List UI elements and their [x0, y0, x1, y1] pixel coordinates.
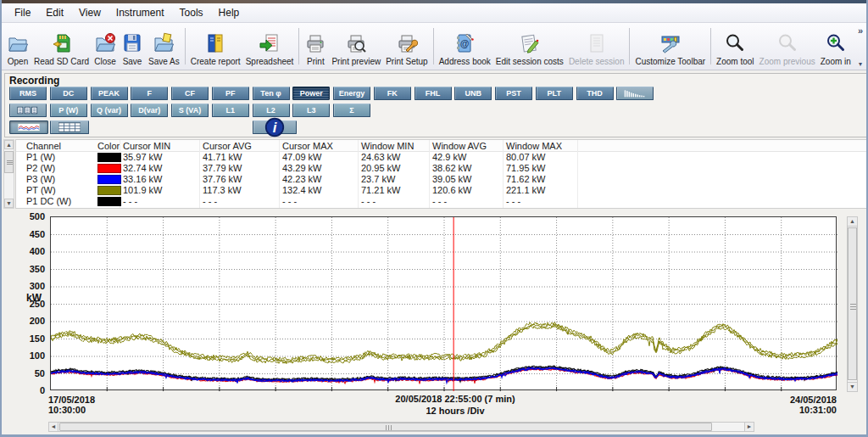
- value-cell: - - -: [123, 196, 137, 207]
- function-button-unb[interactable]: UNB: [454, 87, 492, 100]
- chart-vertical-scrollbar[interactable]: ▲ ▼: [847, 216, 858, 392]
- function-button-fk[interactable]: FK: [374, 87, 411, 100]
- print-button[interactable]: Print: [302, 25, 329, 68]
- function-button-power[interactable]: Power: [292, 87, 330, 100]
- chart-vscrollbar-thumb[interactable]: [848, 227, 857, 380]
- function-button-s-va[interactable]: S (VA): [171, 104, 209, 117]
- value-cell: - - -: [282, 196, 297, 207]
- chart-plot[interactable]: [50, 216, 837, 390]
- value-cell: - - -: [506, 196, 520, 207]
- table-row[interactable]: PT (W)101.9 kW117.3 kW132.4 kW71.21 kW12…: [16, 185, 866, 196]
- scroll-down-icon[interactable]: ▼: [4, 199, 14, 208]
- print-setup-button[interactable]: Print Setup: [383, 25, 430, 68]
- menu-item-edit[interactable]: Edit: [38, 4, 71, 21]
- spreadsheet-button[interactable]: Spreadsheet: [243, 25, 297, 68]
- histogram-icon: [624, 82, 646, 104]
- menu-item-tools[interactable]: Tools: [172, 4, 211, 21]
- pages-button[interactable]: [9, 104, 47, 117]
- toolbar-button-label: Zoom in: [821, 57, 851, 66]
- info-button[interactable]: i: [253, 120, 297, 134]
- toolbar-overflow-arrow-icon[interactable]: ▾: [859, 60, 862, 68]
- toolbar-overflow-chevron[interactable]: »: [858, 25, 863, 36]
- print-preview-button[interactable]: Print preview: [329, 25, 383, 68]
- edit-costs-icon: [519, 31, 541, 55]
- column-header-cursor-avg: Cursor AVG: [203, 141, 252, 151]
- time-per-division-label: 12 hours /Div: [324, 406, 587, 416]
- value-cell: 23.7 kW: [361, 174, 395, 185]
- table-scrollbar-thumb[interactable]: [4, 151, 14, 173]
- zoom-tool-button[interactable]: Zoom tool: [714, 25, 756, 68]
- function-button-energy[interactable]: Energy: [333, 87, 370, 100]
- chart-horizontal-scrollbar[interactable]: ◄ ►: [48, 422, 754, 432]
- measurements-table: ChannelColorCursor MINCursor AVGCursor M…: [15, 139, 867, 209]
- printer-preview-icon: [345, 31, 367, 55]
- table-row[interactable]: P2 (W)32.74 kW37.79 kW43.29 kW20.95 kW38…: [16, 163, 866, 174]
- magnifier-plus-icon: [825, 31, 847, 55]
- toolbar-button-label: Open: [8, 57, 28, 66]
- grid-button[interactable]: [50, 120, 89, 134]
- recording-panel: Recording RMSDCPEAKFCFPFTen φPowerEnergy…: [4, 73, 867, 137]
- save-as-button[interactable]: Save As: [146, 25, 182, 68]
- scroll-up-icon[interactable]: ▲: [848, 217, 857, 227]
- menu-item-file[interactable]: File: [7, 4, 38, 21]
- value-cell: 117.3 kW: [203, 185, 242, 196]
- function-button-pst[interactable]: PST: [495, 87, 532, 100]
- value-cell: 71.21 kW: [361, 185, 400, 196]
- table-row-partial: [16, 207, 866, 209]
- waveform-button[interactable]: [9, 120, 48, 134]
- trend-chart-area: kW 17/05/2018 10:30:00 24/05/2018 10:31:…: [4, 210, 867, 433]
- value-cell: - - -: [432, 196, 447, 207]
- scroll-up-icon[interactable]: ▲: [4, 140, 14, 149]
- toolbar-button-label: Edit session costs: [496, 57, 564, 66]
- table-row[interactable]: P1 (W)35.97 kW41.71 kW47.09 kW24.63 kW42…: [16, 152, 866, 163]
- zoom-in-button[interactable]: Zoom in: [818, 25, 854, 68]
- function-button-f[interactable]: F: [131, 87, 168, 100]
- customize-toolbar-button[interactable]: Customize Toolbar: [632, 25, 708, 68]
- chart-hscrollbar-thumb[interactable]: [59, 423, 712, 431]
- function-button-d-var[interactable]: D(var): [131, 104, 168, 117]
- create-report-button[interactable]: Create report: [188, 25, 243, 68]
- table-vertical-scrollbar[interactable]: ▲ ▼: [3, 139, 14, 209]
- function-button-dc[interactable]: DC: [50, 87, 87, 100]
- histogram-button[interactable]: [616, 87, 654, 100]
- value-cell: 41.71 kW: [203, 152, 242, 163]
- edit-session-costs-button[interactable]: Edit session costs: [493, 25, 566, 68]
- function-button-fhl[interactable]: FHL: [415, 87, 452, 100]
- function-button-q-var[interactable]: Q (var): [91, 104, 128, 117]
- channel-name: P3 (W): [26, 174, 55, 185]
- function-button-thd[interactable]: THD: [576, 87, 614, 100]
- table-row[interactable]: P1 DC (W)- - -- - -- - -- - -- - -- - -: [16, 196, 866, 207]
- function-button-l1[interactable]: L1: [212, 104, 249, 117]
- channel-name: P1 DC (W): [26, 196, 71, 207]
- function-button-pf[interactable]: PF: [212, 87, 249, 100]
- toolbar-button-label: Delete session: [569, 57, 625, 66]
- function-button-peak[interactable]: PEAK: [91, 87, 128, 100]
- scroll-left-icon[interactable]: ◄: [49, 423, 58, 431]
- function-button-ten[interactable]: Ten φ: [253, 87, 290, 100]
- scroll-down-icon[interactable]: ▼: [848, 382, 857, 391]
- function-button-rms[interactable]: RMS: [9, 87, 47, 100]
- address-book-button[interactable]: @Address book: [437, 25, 493, 68]
- channel-color-swatch: [97, 208, 121, 209]
- function-button-[interactable]: Σ: [333, 104, 370, 117]
- function-button-l3[interactable]: L3: [292, 104, 330, 117]
- function-button-plt[interactable]: PLT: [536, 87, 573, 100]
- y-axis-tick-label: 450: [6, 229, 45, 239]
- column-header-window-min: Window MIN: [361, 141, 414, 151]
- save-button[interactable]: Save: [119, 25, 146, 68]
- open-button[interactable]: Open: [4, 25, 31, 68]
- menu-item-help[interactable]: Help: [211, 4, 248, 21]
- close-button[interactable]: Close: [92, 25, 119, 68]
- menu-item-view[interactable]: View: [71, 4, 108, 21]
- table-row[interactable]: P3 (W)33.16 kW37.76 kW42.23 kW23.7 kW39.…: [16, 174, 866, 185]
- value-cell: 47.09 kW: [282, 152, 321, 163]
- table-header-row: ChannelColorCursor MINCursor AVGCursor M…: [16, 140, 866, 152]
- function-button-cf[interactable]: CF: [171, 87, 209, 100]
- value-cell: 101.9 kW: [123, 185, 162, 196]
- channel-color-swatch: [97, 197, 121, 206]
- read-sd-card-button[interactable]: Read SD Card: [31, 25, 92, 68]
- scroll-right-icon[interactable]: ►: [744, 423, 754, 431]
- menu-item-instrument[interactable]: Instrument: [108, 4, 172, 21]
- function-button-l2[interactable]: L2: [253, 104, 290, 117]
- function-button-p-w[interactable]: P (W): [50, 104, 87, 117]
